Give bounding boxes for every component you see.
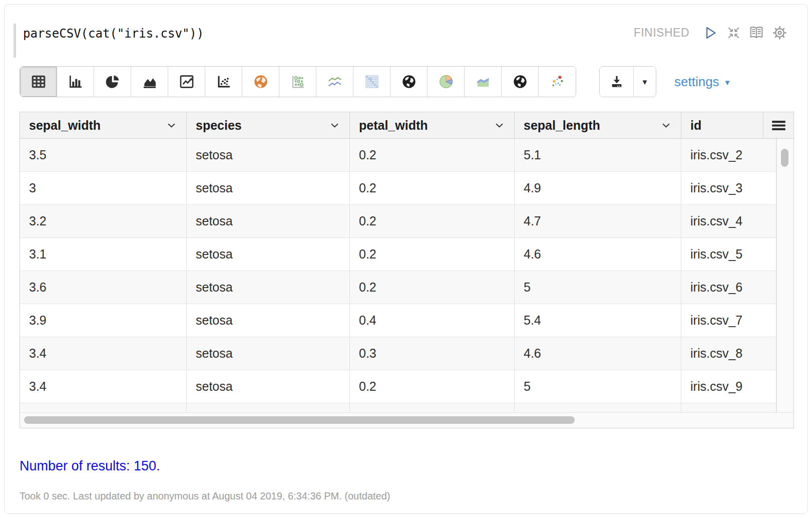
download-button[interactable] xyxy=(600,67,634,97)
table-header-row: sepal_widthspeciespetal_widthsepal_lengt… xyxy=(20,112,793,139)
hamburger-menu-icon xyxy=(771,118,786,133)
viz-scatter-color-button[interactable] xyxy=(539,67,576,97)
settings-label: settings xyxy=(674,74,719,90)
code-text[interactable]: parseCSV(cat("iris.csv")) xyxy=(23,27,204,41)
column-label: species xyxy=(196,118,242,133)
collapse-width-button[interactable] xyxy=(725,25,741,41)
code-editor[interactable]: parseCSV(cat("iris.csv")) FINISHED xyxy=(5,5,807,62)
status-label: FINISHED xyxy=(634,26,689,40)
cell-petal_width: 0.2 xyxy=(350,370,515,403)
chevron-down-icon xyxy=(331,123,338,128)
cell-petal_width: 0.2 xyxy=(350,139,515,171)
run-button[interactable] xyxy=(702,25,718,41)
cell-sepal_width: 3.5 xyxy=(20,139,187,171)
area-chart-icon xyxy=(142,74,158,90)
globe-dark-2-icon xyxy=(512,74,528,90)
cell-species: setosa xyxy=(187,271,350,304)
viz-type-toolbar xyxy=(20,66,576,97)
cell-sepal_length: 4.9 xyxy=(515,172,681,204)
cell-id: iris.csv_7 xyxy=(681,304,776,337)
scatter-chart-icon xyxy=(216,74,232,90)
table-row: 3.1setosa0.24.6iris.csv_5 xyxy=(20,238,776,271)
cell-sepal_width: 3.2 xyxy=(20,205,187,237)
viz-bubble-matrix-button[interactable] xyxy=(279,67,316,97)
pie-multi-color-icon xyxy=(438,74,454,90)
cell-sepal_width: 3.6 xyxy=(20,271,187,304)
viz-globe-dark-button[interactable] xyxy=(390,67,428,97)
paragraph-controls: FINISHED xyxy=(634,25,787,41)
viz-multi-line-button[interactable] xyxy=(316,67,353,97)
result-toolbar: ▼ settings ▼ xyxy=(20,66,792,97)
chevron-down-icon xyxy=(168,123,175,128)
caret-down-icon: ▼ xyxy=(641,78,649,86)
viz-pie-chart-button[interactable] xyxy=(94,67,131,97)
multi-line-icon xyxy=(327,74,343,90)
settings-toggle[interactable]: settings ▼ xyxy=(674,66,731,97)
download-group: ▼ xyxy=(599,66,656,97)
stacked-area-color-icon xyxy=(475,74,491,90)
horizontal-scrollbar-thumb[interactable] xyxy=(24,416,575,424)
play-icon xyxy=(703,25,718,40)
table-row: 3.6setosa0.25iris.csv_6 xyxy=(20,271,776,304)
viz-globe-orange-button[interactable] xyxy=(242,67,279,97)
table-row: 3.4setosa0.34.6iris.csv_8 xyxy=(20,337,776,370)
cell-sepal_width: 3.9 xyxy=(20,304,187,337)
cell-sepal_length: 5 xyxy=(515,271,681,304)
cell-sepal_length: 5.4 xyxy=(515,304,681,337)
vertical-scrollbar-thumb[interactable] xyxy=(781,149,788,167)
table-icon xyxy=(31,74,47,90)
column-header-species[interactable]: species xyxy=(187,112,350,138)
table-menu-button[interactable] xyxy=(763,112,793,138)
column-label: sepal_length xyxy=(524,118,600,133)
viz-bar-chart-button[interactable] xyxy=(57,67,94,97)
column-header-id[interactable]: id xyxy=(681,112,763,138)
execution-status-text: Took 0 sec. Last updated by anonymous at… xyxy=(20,490,390,502)
cell-petal_width: 0.2 xyxy=(350,271,515,304)
cell-petal_width: 0.2 xyxy=(350,172,515,204)
download-dropdown-button[interactable]: ▼ xyxy=(634,67,656,97)
viz-pie-multi-color-button[interactable] xyxy=(428,67,465,97)
bar-chart-icon xyxy=(68,74,84,90)
column-header-sepal_width[interactable]: sepal_width xyxy=(20,112,187,138)
caret-down-icon: ▼ xyxy=(724,77,731,87)
viz-line-chart-button[interactable] xyxy=(168,67,205,97)
viz-heatmap-grid-button[interactable] xyxy=(353,67,390,97)
cell-sepal_length: 4.7 xyxy=(515,205,681,237)
column-header-petal_width[interactable]: petal_width xyxy=(350,112,515,138)
cell-petal_width: 0.3 xyxy=(350,337,515,370)
cell-sepal_width: 3.1 xyxy=(20,238,187,271)
viz-globe-dark-2-button[interactable] xyxy=(502,67,539,97)
download-icon xyxy=(609,74,624,89)
paragraph-card: parseCSV(cat("iris.csv")) FINISHED xyxy=(4,4,808,514)
cell-sepal_width: 3 xyxy=(20,172,187,204)
column-header-sepal_length[interactable]: sepal_length xyxy=(515,112,681,138)
viz-stacked-area-color-button[interactable] xyxy=(465,67,502,97)
pie-chart-icon xyxy=(105,74,121,90)
vertical-scrollbar[interactable] xyxy=(776,139,793,412)
paragraph-settings-button[interactable] xyxy=(771,25,787,41)
cell-sepal_length: 4.6 xyxy=(515,337,681,370)
viz-table-button[interactable] xyxy=(20,67,57,97)
result-table: sepal_widthspeciespetal_widthsepal_lengt… xyxy=(20,112,794,428)
table-row: 3.4setosa0.25iris.csv_9 xyxy=(20,370,776,403)
viz-scatter-chart-button[interactable] xyxy=(205,67,242,97)
result-count: Number of results: 150. xyxy=(20,458,160,474)
cell-species: setosa xyxy=(187,370,350,403)
line-chart-icon xyxy=(179,74,195,90)
table-row: 3.2setosa0.24.7iris.csv_4 xyxy=(20,205,776,238)
horizontal-scrollbar[interactable] xyxy=(20,412,793,428)
cell-id: iris.csv_8 xyxy=(681,337,776,370)
cell-species: setosa xyxy=(187,304,350,337)
cell-species: setosa xyxy=(187,139,350,171)
cell-species: setosa xyxy=(187,337,350,370)
cell-species: setosa xyxy=(187,238,350,271)
globe-orange-icon xyxy=(253,74,269,90)
table-row: 3.5setosa0.25.1iris.csv_2 xyxy=(20,139,776,172)
column-label: sepal_width xyxy=(29,118,101,133)
show-editor-button[interactable] xyxy=(748,25,764,41)
compress-arrows-icon xyxy=(726,26,741,40)
viz-area-chart-button[interactable] xyxy=(131,67,168,97)
cell-species: setosa xyxy=(187,172,350,204)
chevron-down-icon xyxy=(496,123,503,128)
cell-petal_width: 0.2 xyxy=(350,238,515,271)
